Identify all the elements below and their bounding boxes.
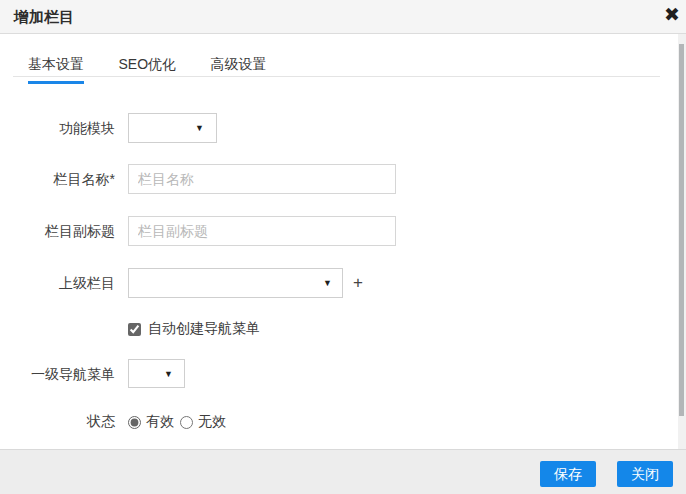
- vertical-scrollbar[interactable]: [678, 34, 686, 450]
- status-label: 状态: [0, 414, 115, 428]
- tab-advanced-settings[interactable]: 高级设置: [210, 56, 266, 83]
- parent-column-select[interactable]: [128, 268, 343, 298]
- add-category-modal: 增加栏目 ✖ 基本设置 SEO优化 高级设置 功能模块 ▼ 栏目名称* 栏目副标…: [0, 0, 686, 494]
- modal-footer: 保存 关闭: [0, 449, 686, 494]
- row-column-name: 栏目名称*: [0, 164, 686, 194]
- function-module-select[interactable]: [128, 113, 217, 143]
- auto-nav-checkbox[interactable]: [128, 323, 141, 336]
- row-parent-column: 上级栏目 ▼ +: [0, 268, 686, 298]
- status-invalid-radio[interactable]: [180, 416, 193, 429]
- tab-basic-settings[interactable]: 基本设置: [28, 56, 84, 83]
- save-button[interactable]: 保存: [540, 461, 596, 487]
- tab-seo[interactable]: SEO优化: [118, 56, 176, 83]
- row-auto-nav: 自动创建导航菜单: [0, 321, 686, 337]
- row-status: 状态 有效 无效: [0, 414, 686, 430]
- nav-menu-select[interactable]: [128, 359, 185, 388]
- column-subtitle-label: 栏目副标题: [0, 216, 115, 246]
- modal-title: 增加栏目: [14, 0, 74, 33]
- column-name-input[interactable]: [128, 164, 396, 194]
- add-parent-column-button[interactable]: +: [353, 268, 363, 298]
- status-valid-radio[interactable]: [128, 416, 141, 429]
- status-valid-label: 有效: [146, 413, 174, 431]
- close-button[interactable]: 关闭: [617, 461, 673, 487]
- nav-menu-label: 一级导航菜单: [0, 359, 115, 389]
- close-icon[interactable]: ✖: [659, 1, 685, 29]
- parent-column-label: 上级栏目: [0, 268, 115, 298]
- modal-header: 增加栏目 ✖: [0, 0, 686, 34]
- row-nav-menu: 一级导航菜单 ▼: [0, 359, 686, 389]
- scrollbar-thumb[interactable]: [679, 44, 684, 416]
- status-invalid-label: 无效: [198, 413, 226, 431]
- column-subtitle-input[interactable]: [128, 216, 396, 246]
- column-name-label: 栏目名称*: [0, 164, 115, 194]
- auto-nav-label: 自动创建导航菜单: [148, 320, 260, 338]
- tab-bar: 基本设置 SEO优化 高级设置: [13, 34, 660, 77]
- row-column-subtitle: 栏目副标题: [0, 216, 686, 246]
- function-module-label: 功能模块: [0, 113, 115, 143]
- row-function-module: 功能模块 ▼: [0, 113, 686, 143]
